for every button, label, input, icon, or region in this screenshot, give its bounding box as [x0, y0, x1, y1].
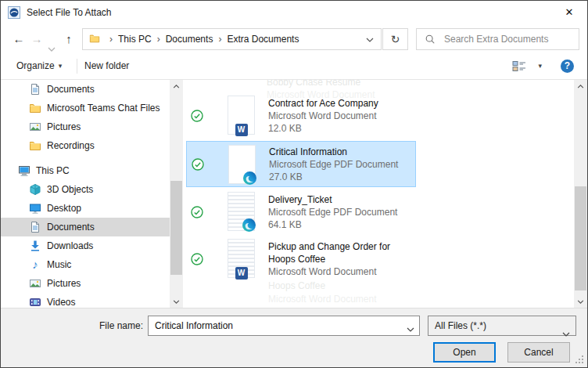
3d-cube-icon	[29, 183, 41, 196]
file-type-select[interactable]: All Files (*.*)	[428, 316, 576, 336]
sidebar-item-label: Pictures	[47, 278, 81, 289]
word-file-icon: W	[228, 239, 255, 278]
forward-button[interactable]: →	[28, 28, 45, 50]
folder-icon	[88, 33, 101, 46]
file-type: Microsoft Edge PDF Document	[269, 158, 411, 171]
new-folder-button[interactable]: New folder	[84, 53, 129, 79]
address-dropdown-icon[interactable]	[366, 34, 374, 45]
sidebar-item-label: Microsoft Teams Chat Files	[47, 103, 160, 114]
sidebar-item-label: Documents	[47, 84, 95, 95]
pdf-file-icon	[228, 145, 256, 184]
sidebar-item-label: Documents	[47, 222, 95, 233]
organize-button[interactable]: Organize▾	[16, 53, 62, 79]
file-name: Delivery_Ticket	[268, 193, 411, 206]
navigation-pane: Documents Microsoft Teams Chat Files Pic…	[1, 80, 184, 308]
breadcrumb-this-pc[interactable]: This PC	[118, 34, 152, 45]
sidebar-item-label: Recordings	[47, 140, 95, 151]
breadcrumb-extra-documents[interactable]: Extra Documents	[227, 34, 299, 45]
change-view-button[interactable]	[512, 60, 526, 74]
address-bar[interactable]: › This PC › Documents › Extra Documents	[82, 28, 382, 50]
sidebar-item-label: Downloads	[47, 240, 93, 251]
sidebar-item-documents-selected[interactable]: Documents	[1, 218, 170, 236]
word-file-icon: W	[228, 96, 255, 135]
breadcrumb-documents[interactable]: Documents	[166, 34, 213, 45]
file-item-delivery-ticket[interactable]: Delivery_Ticket Microsoft Edge PDF Docum…	[186, 189, 416, 235]
file-size: 64.1 KB	[268, 218, 411, 231]
document-icon	[29, 83, 41, 96]
file-name: Contract for Ace Company	[268, 97, 411, 110]
sync-check-icon	[191, 253, 203, 265]
scroll-down-arrow[interactable]	[170, 295, 183, 308]
file-name-label: File name:	[76, 316, 143, 336]
document-icon	[29, 221, 41, 233]
file-item-critical-information[interactable]: Critical Information Microsoft Edge PDF …	[186, 141, 416, 187]
sidebar-item-music[interactable]: ♪ Music	[1, 255, 170, 274]
file-item-pickup-and-change-order[interactable]: W Pickup and Change Order for Hoops Coff…	[186, 236, 416, 282]
sidebar-item-documents-quickaccess[interactable]: Documents	[1, 80, 170, 99]
sidebar-item-downloads[interactable]: Downloads	[1, 236, 170, 255]
dialog-footer: File name: All Files (*.*) Open Cancel	[1, 308, 587, 367]
sidebar-item-label: Music	[47, 259, 71, 270]
open-button[interactable]: Open	[433, 342, 496, 363]
views-dropdown-button[interactable]: ▾	[538, 53, 542, 79]
dialog-window: Select File To Attach ✕ ← → ↑ › This PC …	[0, 0, 588, 368]
scroll-up-arrow[interactable]	[574, 80, 587, 92]
cancel-button[interactable]: Cancel	[507, 342, 570, 363]
sidebar-scrollbar[interactable]	[170, 80, 183, 308]
search-box	[416, 28, 579, 50]
sidebar-item-pictures-quickaccess[interactable]: Pictures	[1, 117, 170, 136]
desktop-icon	[29, 202, 41, 215]
main-area: Documents Microsoft Teams Chat Files Pic…	[1, 80, 587, 308]
sidebar-item-teams-chat-files[interactable]: Microsoft Teams Chat Files	[1, 99, 170, 117]
computer-icon	[18, 164, 30, 177]
app-icon	[8, 6, 20, 19]
toolbar-divider	[77, 59, 77, 74]
file-type: Microsoft Word Document	[268, 110, 411, 122]
sidebar-item-pictures[interactable]: Pictures	[1, 274, 170, 293]
partial-file-item-bottom-name[interactable]: Hoops Coffee	[268, 280, 325, 291]
scrollbar-thumb[interactable]	[170, 181, 182, 275]
breadcrumb-separator: ›	[157, 34, 160, 45]
sidebar-item-3d-objects[interactable]: 3D Objects	[1, 180, 170, 199]
edge-logo-icon	[243, 171, 256, 185]
resize-grip[interactable]	[575, 355, 584, 364]
recent-locations-button[interactable]	[45, 28, 58, 50]
pdf-file-icon	[228, 192, 255, 231]
chevron-down-icon[interactable]	[407, 323, 414, 334]
sidebar-item-label: 3D Objects	[47, 184, 93, 195]
chevron-down-icon	[562, 324, 570, 343]
file-item-contract-for-ace-company[interactable]: W Contract for Ace Company Microsoft Wor…	[186, 92, 416, 139]
scrollbar-thumb[interactable]	[575, 186, 586, 290]
scroll-up-arrow[interactable]	[170, 80, 183, 92]
file-type: Microsoft Word Document	[268, 265, 411, 278]
music-note-icon: ♪	[29, 258, 41, 271]
breadcrumb-separator: ›	[109, 34, 113, 45]
help-button[interactable]: ?	[561, 60, 574, 73]
close-button[interactable]: ✕	[551, 1, 587, 24]
file-size: 12.0 KB	[268, 122, 411, 135]
refresh-button[interactable]: ↻	[382, 28, 408, 50]
up-button[interactable]: ↑	[59, 28, 78, 50]
title-bar: Select File To Attach ✕	[1, 1, 587, 24]
file-name: Pickup and Change Order for Hoops Coffee	[268, 240, 411, 265]
back-button[interactable]: ←	[9, 28, 28, 50]
pictures-icon	[29, 277, 41, 290]
sidebar-item-this-pc[interactable]: This PC	[1, 161, 170, 180]
download-arrow-icon	[29, 240, 41, 252]
sidebar-item-label: Videos	[47, 297, 75, 308]
sidebar-item-recordings[interactable]: Recordings	[1, 136, 170, 155]
partial-file-item-bottom-type[interactable]: Microsoft Word Document	[268, 294, 377, 305]
file-name-input[interactable]	[148, 316, 420, 336]
sidebar-item-label: Pictures	[47, 121, 81, 132]
search-input[interactable]	[443, 33, 579, 45]
sidebar-item-videos[interactable]: Videos	[1, 293, 170, 308]
file-size: 27.0 KB	[269, 171, 411, 183]
partial-file-item-top-name[interactable]: Bobby Chase Resume	[267, 80, 360, 88]
file-list-scrollbar[interactable]	[574, 80, 587, 308]
sidebar-item-desktop[interactable]: Desktop	[1, 199, 170, 218]
sync-check-icon	[191, 206, 203, 218]
scroll-down-arrow[interactable]	[574, 295, 587, 308]
search-icon	[425, 34, 436, 45]
pictures-icon	[29, 121, 41, 133]
file-name: Critical Information	[269, 146, 411, 158]
